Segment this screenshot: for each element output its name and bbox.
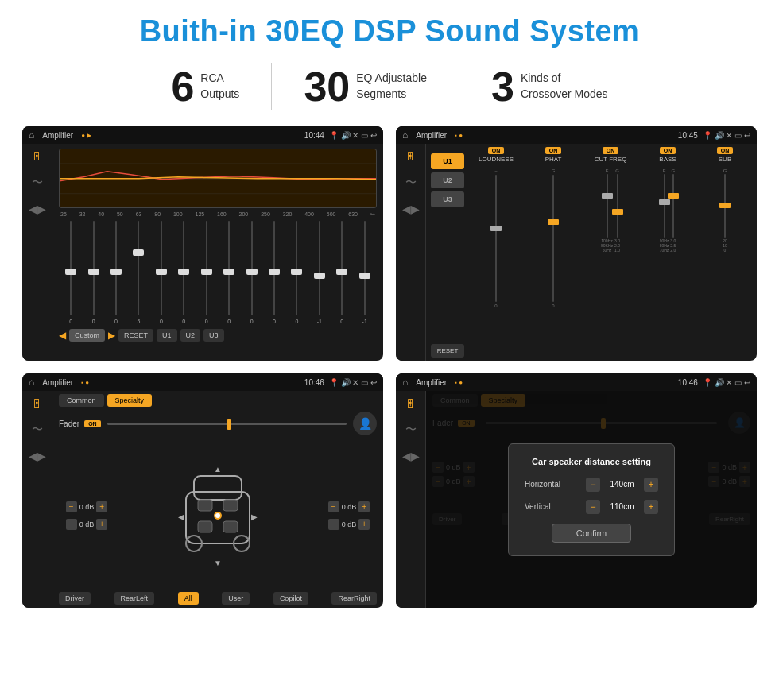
svg-text:▶: ▶ [251,512,258,521]
db-control-rl: − 0 dB + [66,519,108,530]
cross-speaker-icon[interactable]: ◀▶ [402,203,420,215]
eq-slider-8: 0 [219,221,239,324]
cross-wave-icon[interactable]: 〜 [405,176,417,190]
stat-number-cross: 3 [491,66,514,107]
dist-wave-icon[interactable]: 〜 [405,423,417,437]
speaker-layout: − 0 dB + − 0 dB + [59,442,377,589]
eq-u1-btn[interactable]: U1 [157,329,177,342]
cross-main: U1 U2 U3 RESET ON LOUDNESS [426,144,757,361]
dist-filter-icon[interactable]: 🎚 [405,397,417,410]
eq-slider-12: -1 [309,221,330,324]
driver-btn[interactable]: Driver [59,592,91,605]
eq-prev-arrow[interactable]: ◀ [59,330,66,341]
status-icons-1: 📍 🔊 ✕ ▭ ↩ [329,131,377,140]
status-bar-4: ⌂ Amplifier ▪ ● 10:46 📍 🔊 ✕ ▭ ↩ [396,373,757,391]
user-btn[interactable]: User [222,592,250,605]
modal-confirm-area: Confirm [525,524,658,543]
db-plus-rr[interactable]: + [358,519,370,530]
status-bar-2: ⌂ Amplifier ▪ ● 10:45 📍 🔊 ✕ ▭ ↩ [396,126,757,144]
status-time-1: 10:44 [304,131,324,140]
db-minus-rl[interactable]: − [66,519,77,530]
fader-h-slider[interactable] [107,423,347,425]
db-plus-rl[interactable]: + [96,519,107,530]
horizontal-label: Horizontal [525,480,560,489]
horizontal-minus-btn[interactable]: − [586,478,600,492]
db-minus-fr[interactable]: − [328,501,339,512]
status-bar-1: ⌂ Amplifier ● ▶ 10:44 📍 🔊 ✕ ▭ ↩ [22,126,383,144]
right-db-controls: − 0 dB + − 0 dB + [321,501,377,530]
channel-sub: ON SUB G 20100 [698,147,752,358]
eq-slider-11: 0 [286,221,307,324]
loudness-label: LOUDNESS [479,156,514,163]
eq-slider-3: 0 [106,221,126,324]
car-diagram-svg: ◀ ▶ ▲ ▼ [174,464,262,567]
u1-btn[interactable]: U1 [431,153,464,169]
screen-eq: ⌂ Amplifier ● ▶ 10:44 📍 🔊 ✕ ▭ ↩ 🎚 〜 ◀▶ [22,126,383,361]
eq-speaker-icon[interactable]: ◀▶ [29,203,46,215]
fader-specialty-tab[interactable]: Specialty [107,394,153,407]
db-minus-rr[interactable]: − [328,519,339,530]
fader-on-badge: ON [84,420,101,427]
home-icon-4[interactable]: ⌂ [402,377,408,388]
fader-tab-row: Common Specialty [59,394,377,407]
db-minus-fl[interactable]: − [66,501,77,512]
vertical-minus-btn[interactable]: − [586,500,600,514]
db-plus-fl[interactable]: + [96,501,107,512]
cross-left: U1 U2 U3 RESET [431,147,464,358]
eq-filter-icon[interactable]: 🎚 [32,150,43,163]
app-title-4: Amplifier [416,378,447,387]
phat-label: PHAT [545,156,562,163]
horizontal-control: − 140cm + [586,478,658,492]
vertical-plus-btn[interactable]: + [644,500,658,514]
fader-common-tab[interactable]: Common [59,394,104,407]
eq-reset-btn[interactable]: RESET [118,329,153,342]
status-time-3: 10:46 [304,378,324,387]
home-icon-3[interactable]: ⌂ [29,377,34,388]
svg-rect-9 [198,500,212,511]
stat-number-eq: 30 [304,66,350,107]
fader-filter-icon[interactable]: 🎚 [32,397,43,410]
cross-reset-btn[interactable]: RESET [431,344,464,358]
fader-wave-icon[interactable]: 〜 [32,423,43,437]
confirm-button[interactable]: Confirm [552,524,632,543]
u3-btn[interactable]: U3 [431,191,464,207]
horizontal-value: 140cm [604,480,640,489]
svg-rect-12 [223,521,238,532]
fader-speaker-icon[interactable]: ◀▶ [29,450,46,462]
db-control-fl: − 0 dB + [66,501,108,512]
stat-item-cross: 3 Kinds ofCrossover Modes [459,66,640,107]
all-btn[interactable]: All [178,592,199,605]
home-icon-1[interactable]: ⌂ [29,130,34,141]
horizontal-plus-btn[interactable]: + [644,478,658,492]
eq-slider-6: 0 [173,221,194,324]
loudness-on-badge: ON [488,147,505,154]
app-title-1: Amplifier [42,131,73,140]
eq-u2-btn[interactable]: U2 [180,329,201,342]
rearright-btn[interactable]: RearRight [331,592,377,605]
home-icon-2[interactable]: ⌂ [402,130,408,141]
eq-custom-btn[interactable]: Custom [69,329,105,342]
status-bar-3: ⌂ Amplifier ▪ ● 10:46 📍 🔊 ✕ ▭ ↩ [22,373,383,391]
copilot-btn[interactable]: Copilot [273,592,308,605]
dist-speaker-icon[interactable]: ◀▶ [402,450,420,462]
cross-filter-icon[interactable]: 🎚 [405,150,417,163]
eq-u3-btn[interactable]: U3 [203,329,224,342]
vertical-label: Vertical [525,502,551,511]
svg-point-8 [215,513,220,518]
bass-label: BASS [659,156,676,163]
eq-wave-icon[interactable]: 〜 [32,176,43,190]
svg-rect-10 [223,500,238,511]
eq-sliders-row: 0 0 0 5 [59,221,377,324]
rearleft-btn[interactable]: RearLeft [114,592,155,605]
dist-sidebar: 🎚 〜 ◀▶ [396,391,426,608]
eq-next-arrow[interactable]: ▶ [108,330,115,341]
u2-btn[interactable]: U2 [431,172,464,188]
cross-screen-content: 🎚 〜 ◀▶ U1 U2 U3 RESET O [396,144,757,361]
db-plus-fr[interactable]: + [358,501,370,512]
db-control-rr: − 0 dB + [328,519,370,530]
dist-main: Common Specialty Fader ON 👤 [426,391,757,608]
modal-horizontal-row: Horizontal − 140cm + [525,478,658,492]
cross-channels: ON LOUDNESS ~ 0 [469,147,752,358]
vertical-control: − 110cm + [586,500,658,514]
sub-on-badge: ON [717,147,734,154]
